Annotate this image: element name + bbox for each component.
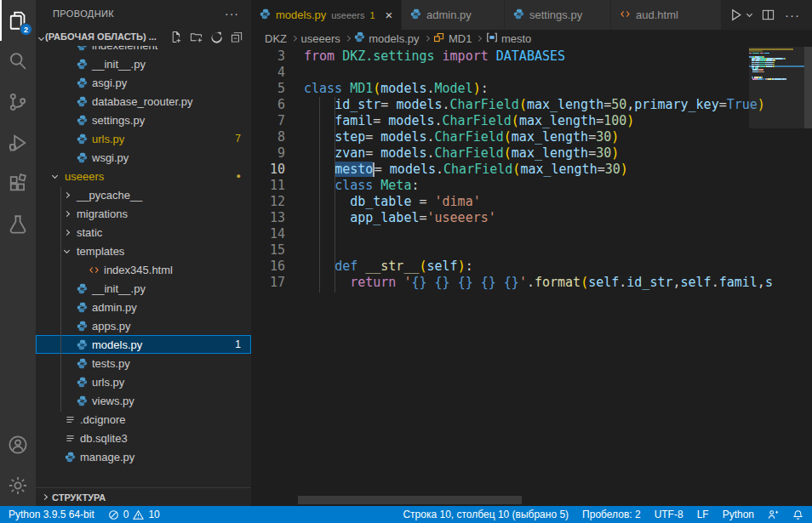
tab-models.py[interactable]: models.pyuseeers1× (251, 0, 402, 30)
run-python-file-button[interactable] (729, 8, 752, 22)
refresh-icon[interactable] (209, 29, 224, 44)
tree-item-label: templates (77, 245, 124, 258)
tab-admin.py[interactable]: admin.py (402, 0, 505, 30)
tree-item-.dcignore[interactable]: .dcignore (36, 410, 251, 429)
tree-item-label: index345.html (104, 264, 173, 276)
problems-status[interactable]: 0 10 (108, 509, 160, 520)
code-line-4[interactable]: 4 (251, 65, 812, 81)
tree-item-label: asgi.py (92, 77, 127, 89)
tree-item-indexelement[interactable]: indexelement (36, 46, 251, 54)
language-mode-status[interactable]: Python (723, 509, 754, 520)
workspace-label: (РАБОЧАЯ ОБЛАСТЬ) ... (45, 31, 157, 42)
warning-icon (133, 509, 144, 520)
line-number: 16 (251, 259, 285, 275)
python-icon (77, 46, 92, 51)
search-icon[interactable] (0, 41, 36, 82)
new-file-icon[interactable] (168, 29, 183, 44)
tree-item-static[interactable]: static (36, 223, 251, 242)
tree-item-useeers[interactable]: useeers● (36, 167, 251, 185)
breadcrumb-item-mesto[interactable]: mesto (486, 31, 531, 46)
minimap[interactable] (749, 47, 804, 506)
code-editor[interactable]: 3from DKZ.settings import DATABASES45cla… (251, 47, 812, 506)
default-file-icon (65, 433, 80, 444)
tree-item-apps.py[interactable]: apps.py (36, 316, 251, 335)
chevron-down-icon (38, 35, 44, 41)
tree-item-label: __init__.py (92, 58, 146, 71)
horizontal-scrollbar[interactable] (298, 496, 522, 504)
python-icon (77, 115, 92, 126)
close-tab-icon[interactable]: × (386, 9, 393, 21)
account-icon[interactable] (0, 424, 36, 465)
chevron-right-icon (65, 212, 77, 216)
tree-indent-guide (60, 187, 61, 412)
tree-item-__init__.py[interactable]: __init__.py (36, 54, 251, 73)
tree-item-manage.py[interactable]: manage.py (36, 447, 251, 466)
code-line-3[interactable]: 3from DKZ.settings import DATABASES (251, 48, 812, 65)
line-number: 12 (251, 194, 285, 210)
breadcrumb-item-useeers[interactable]: useeers (301, 32, 340, 45)
tree-item-__pycache__[interactable]: __pycache__ (36, 185, 251, 204)
run-dropdown-icon[interactable] (746, 11, 752, 17)
tree-item-migrations[interactable]: migrations (36, 204, 251, 223)
error-icon (108, 509, 119, 520)
testing-icon[interactable] (0, 204, 36, 245)
tree-item-db.sqlite3[interactable]: db.sqlite3 (36, 429, 251, 447)
line-number: 14 (251, 226, 285, 242)
split-editor-button[interactable] (762, 9, 775, 21)
tree-item-views.py[interactable]: views.py (36, 391, 251, 410)
eol-status[interactable]: LF (697, 509, 709, 520)
tree-item-admin.py[interactable]: admin.py (36, 298, 251, 316)
breadcrumb: DKZuseeersmodels.pyMD1mesto (251, 30, 812, 47)
tree-item-templates[interactable]: templates (36, 242, 251, 260)
new-folder-icon[interactable] (188, 29, 203, 44)
run-and-debug-icon[interactable] (0, 122, 36, 163)
breadcrumb-item-MD1[interactable]: MD1 (433, 31, 472, 46)
collapse-all-icon[interactable] (229, 29, 244, 44)
tree-item-settings.py[interactable]: settings.py (36, 111, 251, 129)
status-bar: Python 3.9.5 64-bit 0 10 Строка 10, стол… (0, 506, 812, 523)
source-control-icon[interactable] (0, 82, 36, 122)
more-actions-button[interactable]: ··· (785, 8, 800, 22)
python-icon (354, 31, 365, 45)
vertical-scrollbar[interactable] (804, 47, 812, 128)
python-icon (77, 395, 92, 406)
indentation-status[interactable]: Пробелов: 2 (582, 509, 641, 520)
tree-item-index345.html[interactable]: index345.html (36, 260, 251, 279)
breadcrumb-item-models.py[interactable]: models.py (354, 31, 419, 45)
tab-aud.html[interactable]: aud.html (611, 0, 722, 30)
explorer-icon[interactable]: 2 (0, 0, 36, 41)
breadcrumb-item-DKZ[interactable]: DKZ (265, 32, 287, 45)
tab-settings.py[interactable]: settings.py (505, 0, 611, 30)
python-icon (410, 9, 421, 22)
file-tree: indexelement__init__.pyasgi.pydatabase_r… (36, 46, 251, 487)
tree-item-label: __pycache__ (77, 189, 142, 202)
python-icon (77, 302, 92, 313)
tree-item-asgi.py[interactable]: asgi.py (36, 73, 251, 92)
python-interpreter-status[interactable]: Python 3.9.5 64-bit (9, 509, 94, 520)
tree-item-wsgi.py[interactable]: wsgi.py (36, 148, 251, 167)
tree-item-urls.py[interactable]: urls.py (36, 372, 251, 391)
python-icon (513, 9, 524, 22)
tree-item-models.py[interactable]: models.py1 (36, 335, 251, 354)
tree-item-urls.py[interactable]: urls.py7 (36, 129, 251, 148)
chevron-down-icon (53, 175, 65, 178)
line-number: 13 (251, 210, 285, 226)
tree-item-__init__.py[interactable]: __init__.py (36, 279, 251, 298)
code-line-5[interactable]: 5class MD1(models.Model): (251, 81, 812, 97)
tab-bar: models.pyuseeers1×admin.pysettings.pyaud… (251, 0, 812, 30)
explorer-more-icon[interactable]: ··· (225, 7, 239, 20)
tree-item-label: settings.py (92, 114, 145, 127)
tree-item-label: database_roouter.py (92, 95, 193, 108)
workspace-section-header[interactable]: (РАБОЧАЯ ОБЛАСТЬ) ... (36, 27, 251, 46)
encoding-status[interactable]: UTF-8 (655, 509, 683, 520)
tree-item-tests.py[interactable]: tests.py (36, 354, 251, 372)
extensions-icon[interactable] (0, 163, 36, 204)
feedback-icon[interactable] (768, 509, 779, 520)
outline-section-header[interactable]: СТРУКТУРА (36, 487, 251, 506)
settings-gear-icon[interactable] (0, 465, 36, 506)
breadcrumb-separator-icon (291, 36, 296, 41)
line-number: 7 (251, 113, 285, 129)
tree-item-database_roouter.py[interactable]: database_roouter.py (36, 92, 251, 111)
notifications-bell-icon[interactable] (792, 509, 803, 520)
cursor-position-status[interactable]: Строка 10, столбец 10 (выбрано 5) (403, 509, 569, 520)
